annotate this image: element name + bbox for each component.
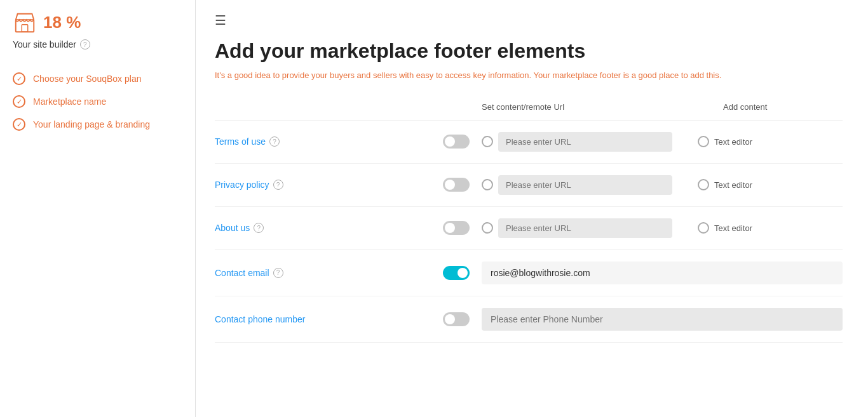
privacy-toggle-track (443, 178, 470, 192)
sidebar-item-landing-page[interactable]: ✓ Your landing page & branding (13, 113, 182, 136)
about-toggle-switch[interactable] (443, 221, 470, 235)
contact-email-toggle-thumb (458, 268, 468, 278)
row-label-terms: Terms of use ? (215, 136, 431, 147)
contact-phone-row: Contact phone number (215, 296, 843, 343)
terms-toggle-thumb (445, 136, 455, 147)
about-url-input[interactable] (498, 218, 672, 238)
subtitle: It's a good idea to provide your buyers … (215, 69, 843, 82)
terms-text-editor-label: Text editor (714, 137, 752, 147)
terms-url-input[interactable] (498, 132, 672, 152)
contact-email-toggle-track (443, 266, 470, 280)
terms-toggle-track (443, 135, 470, 149)
site-builder-help-icon[interactable]: ? (80, 39, 90, 50)
about-toggle-thumb (445, 223, 455, 233)
about-toggle[interactable] (431, 221, 482, 235)
privacy-toggle[interactable] (431, 178, 482, 192)
terms-url-radio[interactable] (482, 136, 493, 147)
contact-email-label: Contact email ? (215, 268, 431, 278)
contact-phone-toggle-switch[interactable] (443, 312, 470, 326)
about-help-icon[interactable]: ? (254, 223, 264, 233)
contact-email-input-area (482, 261, 843, 284)
progress-percentage: 18 % (43, 13, 81, 32)
sidebar-item-label-landing-page: Your landing page & branding (33, 119, 150, 129)
terms-toggle[interactable] (431, 135, 482, 149)
contact-phone-toggle-thumb (445, 314, 455, 324)
contact-email-toggle-switch[interactable] (443, 266, 470, 280)
privacy-url-radio[interactable] (482, 179, 493, 190)
menu-icon[interactable]: ☰ (215, 13, 226, 28)
page-title: Add your marketplace footer elements (215, 39, 843, 63)
contact-phone-toggle-track (443, 312, 470, 326)
sidebar-item-label-marketplace-name: Marketplace name (33, 96, 106, 107)
svg-rect-1 (22, 25, 28, 32)
terms-help-icon[interactable]: ? (269, 136, 280, 147)
contact-phone-input-area (482, 308, 843, 331)
privacy-toggle-thumb (445, 180, 455, 190)
contact-phone-input[interactable] (482, 308, 843, 331)
table-row-about-us: About us ? Text editor (215, 207, 843, 250)
contact-phone-toggle[interactable] (431, 312, 482, 326)
about-add-area: Text editor (672, 222, 843, 234)
check-icon-choose-plan: ✓ (13, 72, 25, 85)
contact-email-row: Contact email ? (215, 250, 843, 296)
contact-phone-label: Contact phone number (215, 314, 431, 324)
store-icon (13, 10, 37, 34)
about-toggle-track (443, 221, 470, 235)
sidebar-header: 18 % (13, 10, 182, 34)
check-icon-landing-page: ✓ (13, 118, 25, 131)
privacy-url-area (482, 175, 672, 195)
sidebar-item-marketplace-name[interactable]: ✓ Marketplace name (13, 90, 182, 113)
contact-email-input[interactable] (482, 261, 843, 284)
terms-add-area: Text editor (672, 136, 843, 147)
terms-toggle-switch[interactable] (443, 135, 470, 149)
site-builder-label: Your site builder ? (13, 39, 182, 50)
sidebar-item-label-choose-plan: Choose your SouqBox plan (33, 74, 141, 84)
privacy-toggle-switch[interactable] (443, 178, 470, 192)
col-header-set-content: Set content/remote Url (482, 102, 564, 112)
terms-add-radio[interactable] (698, 136, 709, 147)
sidebar: 18 % Your site builder ? ✓ Choose your S… (0, 0, 196, 417)
privacy-add-radio[interactable] (698, 179, 709, 190)
contact-email-toggle[interactable] (431, 266, 482, 280)
privacy-help-icon[interactable]: ? (273, 180, 283, 190)
contact-email-help-icon[interactable]: ? (273, 268, 283, 278)
about-url-area (482, 218, 672, 238)
col-header-add-content: Add content (723, 102, 767, 112)
row-label-privacy: Privacy policy ? (215, 180, 431, 190)
privacy-url-input[interactable] (498, 175, 672, 195)
privacy-add-area: Text editor (672, 179, 843, 190)
about-text-editor-label: Text editor (714, 223, 752, 233)
main-content: ☰ Add your marketplace footer elements I… (196, 0, 868, 417)
sidebar-item-choose-plan[interactable]: ✓ Choose your SouqBox plan (13, 67, 182, 90)
privacy-text-editor-label: Text editor (714, 180, 752, 190)
table-row-terms-of-use: Terms of use ? Text editor (215, 121, 843, 164)
terms-url-area (482, 132, 672, 152)
content-table: Set content/remote Url Add content Terms… (215, 101, 843, 343)
about-url-radio[interactable] (482, 222, 493, 234)
row-label-about: About us ? (215, 223, 431, 233)
top-bar: ☰ (215, 13, 843, 28)
check-icon-marketplace-name: ✓ (13, 95, 25, 108)
about-add-radio[interactable] (698, 222, 709, 234)
table-header-row: Set content/remote Url Add content (215, 101, 843, 121)
table-row-privacy-policy: Privacy policy ? Text editor (215, 164, 843, 207)
